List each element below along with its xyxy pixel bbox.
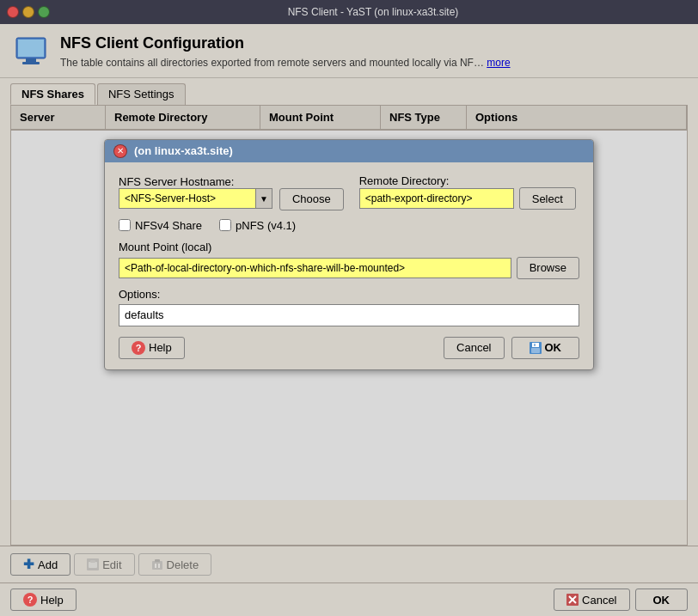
col-options: Options <box>467 106 687 129</box>
delete-icon <box>151 558 163 570</box>
edit-button[interactable]: Edit <box>74 553 134 576</box>
col-server: Server <box>11 106 106 129</box>
dialog-buttons-left: ? Help <box>119 337 437 359</box>
header-text-block: NFS Client Configuration The table conta… <box>60 34 511 70</box>
app-icon <box>14 34 48 69</box>
dialog-cancel-button[interactable]: Cancel <box>444 337 504 359</box>
browse-button[interactable]: Browse <box>517 257 579 279</box>
options-input[interactable] <box>119 304 579 326</box>
help-icon: ? <box>132 341 145 355</box>
svg-rect-2 <box>26 58 36 62</box>
svg-rect-11 <box>152 561 162 570</box>
select-button[interactable]: Select <box>519 187 576 210</box>
col-remote-directory: Remote Directory <box>106 106 260 129</box>
footer-cancel-button[interactable]: Cancel <box>554 589 629 611</box>
svg-rect-3 <box>22 62 40 64</box>
dialog-close-button[interactable]: ✕ <box>113 144 127 158</box>
cancel-icon <box>566 594 579 606</box>
footer-ok-button[interactable]: OK <box>635 589 689 611</box>
maximize-button[interactable] <box>38 6 50 18</box>
pnfs-checkbox-item: pNFS (v4.1) <box>219 219 296 232</box>
remote-directory-label: Remote Directory: <box>359 174 576 187</box>
nfsv4-checkbox-item: NFSv4 Share <box>119 219 202 232</box>
window-controls[interactable] <box>7 6 50 18</box>
hostname-input[interactable] <box>119 188 256 209</box>
dialog-body: NFS Server Hostname: ▼ Choose <box>105 162 593 369</box>
table-content: Server Remote Directory Mount Point NFS … <box>10 105 688 546</box>
main-window: NFS Client Configuration The table conta… <box>0 24 698 616</box>
col-mount-point: Mount Point <box>260 106 381 129</box>
pnfs-label: pNFS (v4.1) <box>236 219 296 232</box>
options-section: Options: <box>119 288 579 326</box>
dialog-ok-button[interactable]: OK <box>511 337 580 359</box>
dialog-help-button[interactable]: ? Help <box>119 337 185 359</box>
app-description: The table contains all directories expor… <box>60 56 511 70</box>
table-header: Server Remote Directory Mount Point NFS … <box>11 106 687 131</box>
choose-button[interactable]: Choose <box>279 188 344 210</box>
tab-nfs-settings[interactable]: NFS Settings <box>97 83 186 105</box>
col-nfs-type: NFS Type <box>381 106 467 129</box>
mount-point-input[interactable] <box>119 258 511 278</box>
svg-rect-6 <box>531 348 540 353</box>
hostname-left: NFS Server Hostname: ▼ <box>119 175 272 209</box>
footer: ? Help Cancel OK <box>0 582 698 616</box>
minimize-button[interactable] <box>22 6 34 18</box>
remote-dir-section: Remote Directory: Select <box>359 174 576 210</box>
edit-icon <box>87 558 99 570</box>
ok-save-icon <box>530 342 542 354</box>
pnfs-checkbox[interactable] <box>219 219 231 231</box>
hostname-row: NFS Server Hostname: ▼ Choose <box>119 174 579 210</box>
mount-point-label: Mount Point (local) <box>119 241 579 253</box>
remote-dir-row: Select <box>359 187 576 210</box>
app-title: NFS Client Configuration <box>60 34 511 52</box>
svg-rect-12 <box>155 559 160 562</box>
svg-rect-7 <box>534 344 536 346</box>
hostname-dropdown-button[interactable]: ▼ <box>256 188 272 209</box>
hostname-section: NFS Server Hostname: ▼ Choose <box>119 174 579 210</box>
table-body: ✕ (on linux-xa3t.site) NFS Server Hostna… <box>11 131 687 500</box>
mount-point-row: Browse <box>119 257 579 279</box>
svg-rect-10 <box>90 560 95 563</box>
app-header: NFS Client Configuration The table conta… <box>0 24 698 78</box>
hostname-input-group: ▼ <box>119 188 272 209</box>
footer-help-icon: ? <box>23 593 37 607</box>
dialog-overlay: ✕ (on linux-xa3t.site) NFS Server Hostna… <box>11 131 687 500</box>
checkboxes-row: NFSv4 Share pNFS (v4.1) <box>119 219 579 232</box>
footer-help-button[interactable]: ? Help <box>10 589 77 611</box>
dialog-title: (on linux-xa3t.site) <box>134 144 233 157</box>
add-icon: ✚ <box>23 557 34 572</box>
dialog-buttons: ? Help Cancel <box>119 337 579 359</box>
window-title: NFS Client - YaST (on linux-xa3t.site) <box>55 6 691 18</box>
more-link[interactable]: more <box>487 57 510 69</box>
titlebar: NFS Client - YaST (on linux-xa3t.site) <box>0 0 698 24</box>
svg-rect-1 <box>18 40 44 57</box>
tab-nfs-shares[interactable]: NFS Shares <box>10 83 95 105</box>
add-button[interactable]: ✚ Add <box>10 553 70 576</box>
tabs-row: NFS Shares NFS Settings <box>0 78 698 105</box>
dialog-titlebar: ✕ (on linux-xa3t.site) <box>105 140 593 162</box>
delete-button[interactable]: Delete <box>138 553 212 576</box>
remote-directory-input[interactable] <box>359 188 514 209</box>
nfsv4-label: NFSv4 Share <box>135 219 202 232</box>
footer-right-buttons: Cancel OK <box>554 589 688 611</box>
nfs-share-dialog: ✕ (on linux-xa3t.site) NFS Server Hostna… <box>104 139 594 370</box>
mount-point-section: Mount Point (local) Browse <box>119 241 579 279</box>
hostname-label: NFS Server Hostname: <box>119 175 272 188</box>
bottom-toolbar: ✚ Add Edit Delete <box>0 546 698 582</box>
svg-rect-9 <box>89 562 97 568</box>
options-label: Options: <box>119 288 579 301</box>
nfsv4-checkbox[interactable] <box>119 219 131 231</box>
close-button[interactable] <box>7 6 19 18</box>
